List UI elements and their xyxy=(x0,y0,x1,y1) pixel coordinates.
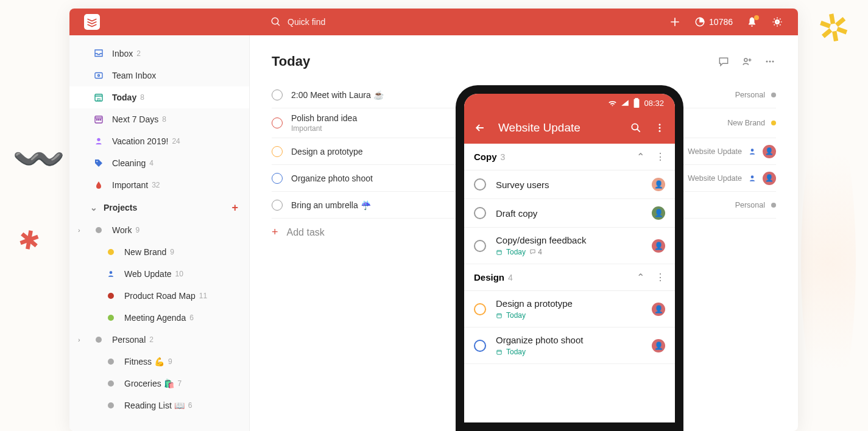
signal-icon xyxy=(621,99,629,107)
next7-label: Next 7 Days xyxy=(112,114,158,124)
comment-icon[interactable] xyxy=(718,55,730,68)
phone-task-title: Design a prototype xyxy=(496,298,642,309)
phone-assignee-avatar: 👤 xyxy=(652,303,665,316)
task-meta: Website Update👤 xyxy=(688,172,776,185)
main-header: Today xyxy=(272,54,776,69)
section-more-icon[interactable]: ⋮ xyxy=(655,272,665,283)
calendar-icon xyxy=(93,113,105,125)
phone-mockup: 08:32 Website Update Copy3⌃⋮Survey users… xyxy=(456,85,683,431)
project-label: Personal xyxy=(112,335,146,345)
add-project-icon[interactable]: + xyxy=(231,201,238,214)
svg-point-22 xyxy=(769,61,771,63)
phone-task-row[interactable]: Draft copy👤 xyxy=(464,199,675,228)
view-actions xyxy=(718,55,776,68)
search-input[interactable] xyxy=(288,17,409,27)
phone-task-title: Copy/design feedback xyxy=(496,235,642,245)
sidebar-filter[interactable]: Vacation 2019!24 xyxy=(69,130,249,152)
sidebar-subproject[interactable]: Web Update10 xyxy=(69,263,249,285)
phone-assignee-avatar: 👤 xyxy=(652,206,665,220)
chevron-up-icon[interactable]: ⌃ xyxy=(637,151,644,163)
project-dot xyxy=(771,203,776,208)
sidebar-subproject[interactable]: Fitness 💪9 xyxy=(69,351,249,373)
filter-count: 32 xyxy=(152,181,160,189)
assignee-avatar: 👤 xyxy=(763,145,776,158)
svg-rect-35 xyxy=(497,314,501,318)
subproject-label: New Brand xyxy=(124,247,166,257)
add-button[interactable] xyxy=(669,16,681,28)
notification-dot xyxy=(754,15,759,20)
app-window: 10786 Inbox 2 Team Inbox 21 xyxy=(69,9,798,431)
today-icon: 21 xyxy=(93,91,105,103)
next7-count: 8 xyxy=(162,115,166,124)
phone-search-icon[interactable] xyxy=(630,122,642,134)
task-checkbox[interactable] xyxy=(272,200,283,211)
svg-point-25 xyxy=(751,175,754,178)
svg-point-13 xyxy=(98,119,99,121)
subproject-label: Fitness 💪 xyxy=(124,357,164,366)
app-logo[interactable] xyxy=(84,14,100,30)
svg-point-0 xyxy=(272,18,278,24)
phone-task-row[interactable]: Design a prototypeToday👤 xyxy=(464,291,675,328)
settings-button[interactable] xyxy=(771,16,783,28)
sidebar-subproject[interactable]: Groceries 🛍️7 xyxy=(69,373,249,394)
phone-time: 08:32 xyxy=(644,99,664,108)
phone-section-header[interactable]: Design4⌃⋮ xyxy=(464,264,675,291)
phone-more-icon[interactable] xyxy=(654,122,665,133)
sidebar-team-inbox[interactable]: Team Inbox xyxy=(69,65,249,86)
svg-rect-37 xyxy=(497,350,501,354)
share-icon[interactable] xyxy=(741,55,753,68)
svg-point-23 xyxy=(772,61,774,63)
sidebar: Inbox 2 Team Inbox 21 Today 8 Next 7 Day… xyxy=(69,35,250,431)
karma-indicator[interactable]: 10786 xyxy=(694,16,733,27)
projects-header[interactable]: ⌄ Projects + xyxy=(69,196,249,219)
subproject-dot-icon xyxy=(105,290,117,302)
inbox-label: Inbox xyxy=(112,49,133,58)
sidebar-subproject[interactable]: Meeting Agenda6 xyxy=(69,307,249,329)
phone-task-meta: Today 4 xyxy=(496,248,642,256)
subproject-count: 9 xyxy=(170,248,174,256)
task-checkbox[interactable] xyxy=(272,117,283,128)
sidebar-filter[interactable]: Cleaning4 xyxy=(69,152,249,174)
phone-assignee-avatar: 👤 xyxy=(652,239,665,253)
sidebar-subproject[interactable]: Reading List 📖6 xyxy=(69,394,249,416)
decorative-flower: ✲ xyxy=(814,4,853,53)
section-more-icon[interactable]: ⋮ xyxy=(655,151,665,163)
sidebar-filter[interactable]: Important32 xyxy=(69,174,249,196)
phone-task-checkbox[interactable] xyxy=(474,207,486,219)
plus-icon: + xyxy=(272,226,278,239)
svg-point-14 xyxy=(100,119,101,121)
sidebar-inbox[interactable]: Inbox 2 xyxy=(69,43,249,65)
back-arrow-icon[interactable] xyxy=(474,122,486,134)
sidebar-next7days[interactable]: Next 7 Days 8 xyxy=(69,108,249,130)
sidebar-project[interactable]: ›Personal2 xyxy=(69,329,249,351)
phone-header: Website Update xyxy=(464,112,675,144)
phone-task-checkbox[interactable] xyxy=(474,240,486,252)
task-checkbox[interactable] xyxy=(272,89,283,100)
phone-task-row[interactable]: Copy/design feedbackToday 4👤 xyxy=(464,228,675,264)
phone-task-checkbox[interactable] xyxy=(474,303,486,315)
chevron-up-icon[interactable]: ⌃ xyxy=(637,272,644,283)
phone-task-row[interactable]: Organize photo shootToday👤 xyxy=(464,328,675,364)
subproject-dot-icon xyxy=(105,312,117,324)
task-project-label: Personal xyxy=(735,201,765,209)
phone-section-header[interactable]: Copy3⌃⋮ xyxy=(464,144,675,170)
phone-task-title: Organize photo shoot xyxy=(496,335,642,345)
task-meta: New Brand xyxy=(727,119,776,127)
task-checkbox[interactable] xyxy=(272,146,283,157)
sidebar-subproject[interactable]: New Brand9 xyxy=(69,241,249,263)
phone-task-checkbox[interactable] xyxy=(474,178,486,191)
add-task-label: Add task xyxy=(287,227,325,238)
subproject-dot-icon xyxy=(105,399,117,412)
phone-task-checkbox[interactable] xyxy=(474,340,486,352)
sidebar-project[interactable]: ›Work9 xyxy=(69,219,249,241)
notifications-button[interactable] xyxy=(746,16,758,28)
sidebar-today[interactable]: 21 Today 8 xyxy=(69,86,249,108)
phone-task-date: Today xyxy=(506,348,526,356)
task-meta: Website Update👤 xyxy=(688,145,776,158)
person-icon xyxy=(748,174,757,183)
more-icon[interactable] xyxy=(764,55,776,68)
phone-task-row[interactable]: Survey users👤 xyxy=(464,170,675,199)
task-checkbox[interactable] xyxy=(272,173,283,184)
task-project-label: Website Update xyxy=(688,147,742,156)
sidebar-subproject[interactable]: Product Road Map11 xyxy=(69,285,249,307)
